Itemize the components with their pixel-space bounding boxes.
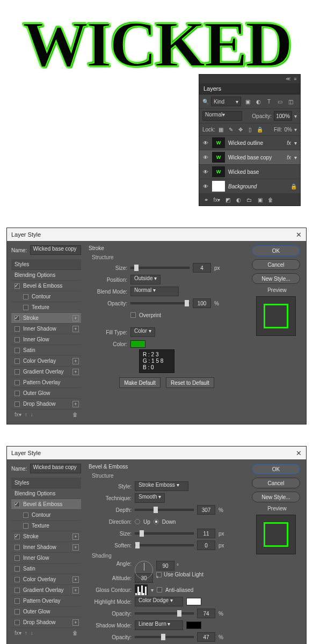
- style-inner-shadow[interactable]: Inner Shadow+: [11, 324, 81, 334]
- arrow-up-icon[interactable]: ↑: [25, 412, 27, 418]
- filter-kind-select[interactable]: Kind ▾: [211, 97, 241, 106]
- position-select[interactable]: Outside ▾: [130, 275, 161, 284]
- visibility-icon[interactable]: 👁: [202, 183, 209, 189]
- style-gradient-overlay[interactable]: Gradient Overlay+: [11, 367, 81, 377]
- layer-row[interactable]: 👁 W Wicked base: [199, 165, 300, 179]
- overprint-checkbox[interactable]: [130, 312, 136, 318]
- arrow-up-icon[interactable]: ↑: [25, 630, 27, 636]
- soften-slider[interactable]: [135, 544, 194, 546]
- angle-control[interactable]: [135, 561, 153, 579]
- name-field[interactable]: Wicked base copy: [30, 245, 81, 255]
- lock-all-icon[interactable]: 🔒: [256, 126, 264, 133]
- filter-smart-icon[interactable]: ◫: [286, 97, 295, 106]
- color-swatch[interactable]: [130, 340, 145, 348]
- plus-icon[interactable]: +: [72, 544, 79, 551]
- mask-icon[interactable]: ◩: [224, 196, 231, 203]
- plus-icon[interactable]: +: [72, 587, 79, 594]
- new-layer-icon[interactable]: ▣: [256, 196, 264, 203]
- filter-shape-icon[interactable]: ▭: [275, 97, 284, 106]
- style-blending-options[interactable]: Blending Options: [11, 488, 81, 499]
- link-icon[interactable]: ⚭: [202, 196, 210, 203]
- antialiased-checkbox[interactable]: [157, 587, 162, 592]
- opacity-value[interactable]: 100%: [274, 111, 292, 121]
- style-drop-shadow[interactable]: Drop Shadow+: [11, 399, 81, 409]
- style-inner-glow[interactable]: Inner Glow: [11, 553, 81, 564]
- cancel-button[interactable]: Cancel: [252, 259, 300, 270]
- highlight-opacity-field[interactable]: 74: [197, 609, 215, 618]
- layers-tab[interactable]: Layers: [199, 83, 300, 94]
- style-outer-glow[interactable]: Outer Glow: [11, 388, 81, 399]
- style-color-overlay[interactable]: Color Overlay+: [11, 574, 81, 585]
- style-bevel-emboss[interactable]: Bevel & Emboss: [11, 499, 81, 510]
- name-field[interactable]: Wicked base copy: [30, 464, 81, 473]
- style-outer-glow[interactable]: Outer Glow: [11, 606, 81, 617]
- plus-icon[interactable]: +: [72, 401, 79, 407]
- lock-brush-icon[interactable]: ✎: [227, 126, 235, 133]
- layer-row[interactable]: 👁 W Wicked outline fx ▾: [199, 136, 300, 150]
- new-style-button[interactable]: New Style...: [252, 273, 300, 284]
- style-pattern-overlay[interactable]: Pattern Overlay: [11, 596, 81, 606]
- lock-trans-icon[interactable]: ▦: [217, 126, 225, 133]
- chevron-down-icon[interactable]: ▾: [294, 140, 297, 146]
- shadow-mode-select[interactable]: Linear Burn ▾: [135, 620, 183, 630]
- reset-default-button[interactable]: Reset to Default: [166, 377, 214, 388]
- gloss-contour-select[interactable]: [135, 584, 148, 595]
- style-contour[interactable]: Contour: [11, 510, 81, 521]
- size-slider[interactable]: [135, 532, 194, 535]
- style-satin[interactable]: Satin: [11, 564, 81, 574]
- ok-button[interactable]: OK: [252, 464, 300, 474]
- trash-icon[interactable]: 🗑: [72, 630, 78, 636]
- style-gradient-overlay[interactable]: Gradient Overlay+: [11, 585, 81, 596]
- plus-icon[interactable]: +: [72, 619, 79, 626]
- style-drop-shadow[interactable]: Drop Shadow+: [11, 617, 81, 628]
- shadow-opacity-slider[interactable]: [135, 636, 194, 638]
- soften-field[interactable]: 0: [197, 540, 215, 550]
- depth-slider[interactable]: [135, 509, 194, 511]
- plus-icon[interactable]: +: [72, 576, 79, 583]
- visibility-icon[interactable]: 👁: [202, 140, 209, 146]
- filltype-select[interactable]: Color ▾: [130, 327, 155, 337]
- opacity-field[interactable]: 100: [193, 298, 211, 308]
- fx-menu-icon[interactable]: fx▾: [213, 196, 221, 203]
- new-style-button[interactable]: New Style...: [252, 492, 300, 502]
- cancel-button[interactable]: Cancel: [252, 478, 300, 488]
- style-texture[interactable]: Texture: [11, 521, 81, 531]
- depth-field[interactable]: 307: [197, 505, 215, 515]
- highlight-color-swatch[interactable]: [186, 598, 201, 605]
- style-select[interactable]: Stroke Emboss ▾: [135, 481, 188, 491]
- fx-icon[interactable]: fx▾: [14, 630, 21, 636]
- size-field[interactable]: 11: [197, 529, 215, 538]
- style-stroke[interactable]: Stroke+: [11, 531, 81, 542]
- plus-icon[interactable]: +: [72, 533, 79, 540]
- chevron-down-icon[interactable]: ▾: [294, 155, 297, 160]
- highlight-opacity-slider[interactable]: [135, 612, 194, 614]
- close-icon[interactable]: ✕: [296, 449, 302, 457]
- filter-pixel-icon[interactable]: ▣: [243, 97, 252, 106]
- style-pattern-overlay[interactable]: Pattern Overlay: [11, 377, 81, 388]
- size-field[interactable]: 4: [193, 263, 211, 273]
- lock-artboard-icon[interactable]: ▯: [246, 126, 254, 133]
- blend-mode-select[interactable]: Normal ▾: [130, 287, 179, 296]
- fx-badge[interactable]: fx: [287, 140, 291, 146]
- plus-icon[interactable]: +: [72, 326, 79, 332]
- visibility-icon[interactable]: 👁: [202, 169, 209, 175]
- arrow-down-icon[interactable]: ↓: [31, 412, 33, 418]
- opacity-slider[interactable]: [130, 302, 190, 304]
- layer-row[interactable]: 👁 W Wicked base copy fx ▾: [199, 150, 300, 165]
- ok-button[interactable]: OK: [252, 245, 300, 256]
- style-stroke[interactable]: Stroke+: [11, 313, 81, 324]
- arrow-down-icon[interactable]: ↓: [31, 630, 33, 636]
- style-contour[interactable]: Contour: [11, 291, 81, 302]
- fill-value[interactable]: 0%: [285, 127, 292, 133]
- filter-type-icon[interactable]: T: [265, 97, 273, 106]
- panel-menu-icon[interactable]: ≡: [293, 76, 298, 82]
- style-inner-shadow[interactable]: Inner Shadow+: [11, 542, 81, 553]
- fx-badge[interactable]: fx: [287, 155, 291, 160]
- plus-icon[interactable]: +: [72, 358, 79, 364]
- visibility-icon[interactable]: 👁: [202, 154, 209, 160]
- style-color-overlay[interactable]: Color Overlay+: [11, 356, 81, 367]
- close-icon[interactable]: ✕: [296, 231, 302, 239]
- style-bevel-emboss[interactable]: Bevel & Emboss: [11, 281, 81, 291]
- plus-icon[interactable]: +: [72, 315, 79, 321]
- size-slider[interactable]: [130, 267, 190, 269]
